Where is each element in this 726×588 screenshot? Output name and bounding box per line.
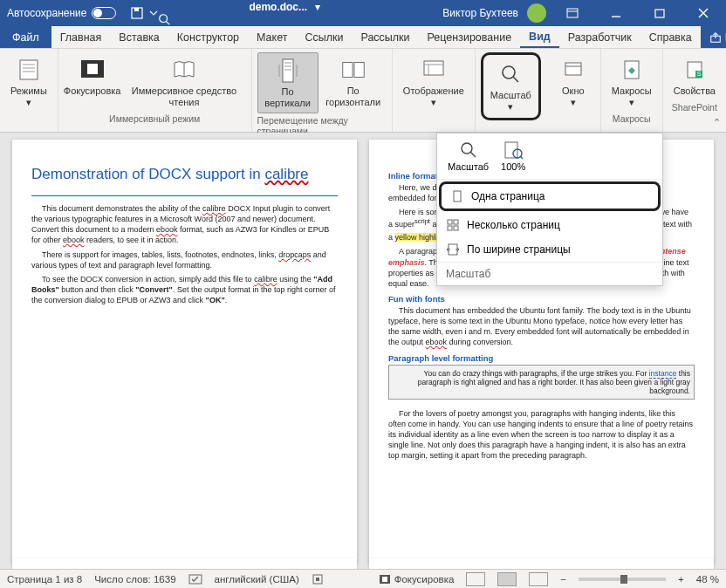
doc-title: Demonstration of DOCX support in calibre xyxy=(31,166,338,183)
tab-layout[interactable]: Макет xyxy=(248,26,296,48)
macro-record-icon[interactable] xyxy=(312,573,324,585)
autosave-toggle[interactable]: Автосохранение xyxy=(0,7,123,19)
svg-rect-41 xyxy=(448,220,452,224)
tab-references[interactable]: Ссылки xyxy=(296,26,352,48)
svg-rect-4 xyxy=(567,9,578,17)
tab-file[interactable]: Файл xyxy=(0,26,51,48)
file-dropdown-icon[interactable]: ▾ xyxy=(315,1,320,13)
file-name[interactable]: demo.doc... xyxy=(249,1,307,13)
next-pages-peek xyxy=(12,558,714,569)
svg-point-2 xyxy=(160,15,168,23)
doc-p1: This document demonstrates the ability o… xyxy=(31,203,338,246)
svg-rect-23 xyxy=(354,63,364,78)
chevron-down-icon: ▾ xyxy=(431,97,436,108)
group-sharepoint-label: SharePoint xyxy=(672,102,717,114)
zoom-icon xyxy=(497,60,524,88)
focus-mode-status[interactable]: Фокусировка xyxy=(379,574,455,585)
status-page[interactable]: Страница 1 из 8 xyxy=(7,574,82,585)
zoom-menu-100[interactable]: 100% xyxy=(501,140,525,172)
svg-rect-22 xyxy=(342,63,352,78)
status-zoom[interactable]: 48 % xyxy=(696,574,719,585)
svg-rect-16 xyxy=(87,64,98,74)
focus-mode-button[interactable]: Фокусировка xyxy=(64,52,121,112)
horizontal-pages-button[interactable]: По горизонтали xyxy=(320,52,387,113)
section-fonts: Fun with fonts xyxy=(388,294,695,304)
doc-p2: There is support for images, tables, lis… xyxy=(31,250,338,270)
svg-rect-43 xyxy=(448,226,452,230)
macros-button[interactable]: Макросы ▾ xyxy=(606,52,657,112)
svg-line-28 xyxy=(513,77,518,82)
zoom-slider[interactable] xyxy=(579,578,666,581)
zoom-popup-footer: Масштаб xyxy=(437,262,662,285)
svg-point-27 xyxy=(503,66,515,79)
avatar[interactable] xyxy=(527,3,546,23)
views-icon xyxy=(15,56,43,84)
tab-insert[interactable]: Вставка xyxy=(110,26,168,48)
search-icon[interactable] xyxy=(158,13,437,25)
svg-rect-1 xyxy=(134,8,139,11)
close-icon[interactable] xyxy=(686,0,721,26)
immersive-reader-button[interactable]: Иммерсивное средство чтения xyxy=(122,52,245,112)
autosave-label: Автосохранение xyxy=(7,7,86,19)
tab-mailings[interactable]: Рассылки xyxy=(352,26,418,48)
status-words[interactable]: Число слов: 1639 xyxy=(94,574,175,585)
zoom-menu-zoom[interactable]: Масштаб xyxy=(448,140,489,172)
tab-view[interactable]: Вид xyxy=(520,26,559,48)
spellcheck-icon[interactable] xyxy=(188,573,202,585)
window-icon xyxy=(559,56,587,84)
undo-dropdown-icon[interactable] xyxy=(149,9,158,17)
svg-line-36 xyxy=(470,152,476,157)
chevron-down-icon: ▾ xyxy=(508,101,513,113)
zoom-one-page[interactable]: Одна страница xyxy=(439,181,661,211)
chevron-down-icon: ▾ xyxy=(629,97,634,108)
tab-help[interactable]: Справка xyxy=(640,26,701,48)
zoom-out-icon[interactable]: − xyxy=(560,574,566,585)
page-1[interactable]: Demonstration of DOCX support in calibre… xyxy=(12,140,357,562)
tab-design[interactable]: Конструктор xyxy=(168,26,248,48)
svg-rect-29 xyxy=(565,63,581,75)
vertical-pages-icon xyxy=(274,57,302,85)
tab-home[interactable]: Главная xyxy=(51,26,111,48)
window-button[interactable]: Окно ▾ xyxy=(551,52,595,112)
view-print-icon[interactable] xyxy=(497,572,517,586)
share-button[interactable]: Поделиться xyxy=(701,26,726,48)
zoom-multi-page[interactable]: Несколько страниц xyxy=(437,213,662,237)
zoom-button[interactable]: Масштаб ▾ xyxy=(481,52,541,120)
user-name[interactable]: Виктор Бухтеев xyxy=(442,7,518,19)
status-lang[interactable]: английский (США) xyxy=(215,574,299,585)
tab-review[interactable]: Рецензирование xyxy=(419,26,521,48)
focus-icon xyxy=(79,56,106,84)
save-icon[interactable] xyxy=(130,6,144,20)
ribbon-tabs: Файл Главная Вставка Конструктор Макет С… xyxy=(0,26,726,49)
chevron-down-icon: ▾ xyxy=(571,97,576,108)
doc-r6: For the lovers of poetry amongst you, pa… xyxy=(388,408,695,462)
collapse-ribbon-icon[interactable]: ⌃ xyxy=(713,117,721,128)
zoom-in-icon[interactable]: + xyxy=(678,574,684,585)
ribbon-display-options-icon[interactable] xyxy=(555,0,590,26)
views-button[interactable]: Режимы ▾ xyxy=(5,52,52,112)
horizontal-pages-icon xyxy=(339,56,367,84)
zoom-dropdown-popup: Масштаб 100% Одна страница Несколько стр… xyxy=(436,133,663,286)
properties-button[interactable]: S Свойства xyxy=(668,52,721,100)
svg-rect-11 xyxy=(20,60,38,79)
view-web-icon[interactable] xyxy=(529,572,548,586)
svg-rect-44 xyxy=(454,226,458,230)
doc-r4: This document has embedded the Ubuntu fo… xyxy=(388,305,695,348)
doc-p3: To see the DOCX conversion in action, si… xyxy=(31,274,338,305)
section-para: Paragraph level formatting xyxy=(388,353,695,363)
display-button[interactable]: Отображение ▾ xyxy=(398,52,469,112)
vertical-pages-button[interactable]: По вертикали xyxy=(257,52,318,113)
toggle-switch-icon[interactable] xyxy=(92,7,116,19)
zoom-page-width[interactable]: По ширине страницы xyxy=(437,237,662,262)
view-read-icon[interactable] xyxy=(466,572,485,586)
tab-developer[interactable]: Разработчик xyxy=(559,26,640,48)
minimize-icon[interactable] xyxy=(599,0,634,26)
svg-rect-48 xyxy=(316,578,319,581)
svg-text:S: S xyxy=(697,71,702,77)
title-center: demo.doc... ▾ xyxy=(158,1,437,25)
macros-icon xyxy=(618,56,646,84)
properties-icon: S xyxy=(681,56,709,84)
svg-rect-50 xyxy=(382,577,387,582)
chevron-down-icon: ▾ xyxy=(26,97,31,108)
maximize-icon[interactable] xyxy=(642,0,677,26)
